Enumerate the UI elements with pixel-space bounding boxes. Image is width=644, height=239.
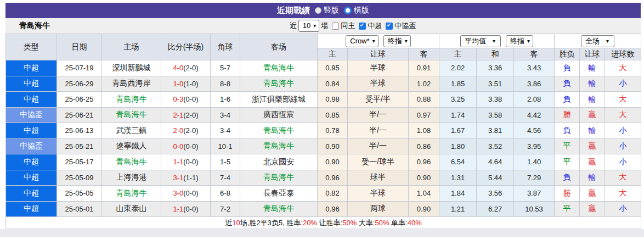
handicap-line: 半/一 [348,107,409,123]
header-handicap-home: 主 [318,48,348,60]
summary-text: 场,胜2平3负5, 胜率: [240,219,303,227]
avg-draw-odds: 3.56 [477,186,514,202]
page-background [0,229,644,237]
away-odds: 0.90 [409,170,439,186]
summary-text: 让胜率: [317,219,342,227]
half-time-score: (0-0) [183,205,198,213]
bookmaker-select[interactable]: Crow*▾ [346,35,378,47]
full-time-score: 0-3 [173,95,183,103]
home-odds: 0.84 [318,76,348,92]
full-time-score: 0-0 [173,142,183,151]
handicap-line: 半球 [348,76,409,92]
away-team: 浙江俱樂部綠城 [240,92,318,108]
half-time-score: (0-0) [183,142,198,151]
corner-score: 7-4 [211,170,240,186]
stats-summary: 近10场,胜2平3负5, 胜率:20% 让胜率:50% 大率:50% 单率:40… [6,217,641,229]
table-row: 中超 25-06-29 青島西海岸 1-0(1-0) 8-8 青島海牛 0.84… [6,76,641,92]
score-cell: 0-3(0-0) [161,92,211,108]
home-odds: 0.90 [318,154,348,170]
result-goals: 小 [605,154,641,170]
full-time-score: 2-0 [173,126,183,135]
result-goals: 大 [605,186,641,202]
home-team: 上海海港 [102,170,161,186]
full-time-score: 4-0 [173,64,183,72]
average-stage-select[interactable]: 终指▾ [506,35,533,47]
table-row: 中協盃 25-06-21 青島海牛 2-1(2-0) 3-4 廣西恆宸 0.85… [6,107,641,123]
avg-away-odds: 3.43 [514,60,555,76]
result-handicap: 輸 [580,92,605,108]
result-wdl: 平 [555,201,580,217]
away-team: 青島海牛 [240,76,318,92]
average-select[interactable]: 平均值▾ [460,35,501,47]
summary-text: 单率: [389,219,407,227]
radio-option-horizontal: 橫版 [344,5,369,15]
away-team: 北京國安 [240,154,318,170]
avg-away-odds: 3.86 [514,76,555,92]
league-checkbox[interactable] [359,23,366,30]
league-badge: 中超 [6,186,57,202]
handicap-line: 半球 [348,60,409,76]
vertical-radio[interactable] [315,7,321,14]
away-team: 青島海牛 [240,201,318,217]
league-badge: 中超 [6,92,57,108]
full-time-score: 3-1 [173,174,183,182]
away-odds: 0.86 [409,138,439,154]
full-match-select[interactable]: 全场▾ [581,35,614,47]
matches-count-select[interactable]: 10 ▾ [298,20,320,32]
corner-score: 5-7 [211,60,240,76]
away-team: 青島海牛 [240,123,318,139]
win-rate: 20% [303,219,317,227]
league-badge: 中超 [6,76,57,92]
handicap-line: 半球 [348,186,409,202]
result-goals: 大 [605,107,641,123]
same-home-checkbox[interactable] [332,23,339,30]
horizontal-radio[interactable] [344,7,352,14]
avg-draw-odds: 6.27 [477,201,514,217]
result-wdl: 平 [555,138,580,154]
half-time-score: (0-0) [183,158,198,166]
home-odds: 0.95 [318,60,348,76]
avg-home-odds: 1.67 [439,123,477,139]
match-date: 25-06-13 [57,123,102,139]
header-avg-home: 主 [439,48,477,60]
result-wdl: 負 [555,92,580,108]
handicap-line: 半/一 [348,123,409,139]
result-wdl: 勝 [555,107,580,123]
handicap-stage-select[interactable]: 终指▾ [383,35,411,47]
near-label: 近 [290,21,297,31]
half-time-score: (0-0) [183,189,198,197]
match-date: 25-06-21 [57,107,102,123]
avg-home-odds: 1.85 [439,76,477,92]
score-cell: 3-1(1-1) [161,170,211,186]
score-cell: 2-1(2-0) [161,107,211,123]
match-date: 25-06-29 [57,76,102,92]
home-odds: 0.90 [318,138,348,154]
corner-score: 10-1 [211,138,240,154]
page-title: 近期戰績 [277,5,310,16]
avg-home-odds: 1.74 [439,107,477,123]
league-badge: 中超 [6,170,57,186]
avg-draw-odds: 3.38 [477,92,514,108]
away-team: 青島海牛 [240,60,318,76]
result-goals: 小 [605,123,641,139]
away-odds: 0.96 [409,154,439,170]
cup-checkbox[interactable] [386,23,393,30]
match-date: 25-07-19 [57,60,102,76]
full-time-score: 3-0 [173,189,183,197]
header-score: 比分(半场) [161,34,211,60]
handicap-rate: 50% [342,219,357,227]
home-odds: 0.98 [318,92,348,108]
home-team: 青島海牛 [102,154,161,170]
filter-bar: 青島海牛 近 10 ▾ 場 同主 中超 中協盃 [5,18,641,34]
cup-checkbox-label: 中協盃 [394,21,416,31]
away-odds: 1.04 [409,186,439,202]
avg-draw-odds: 3.81 [477,123,514,139]
avg-home-odds: 1.84 [439,186,477,202]
result-handicap: 贏 [580,186,605,202]
avg-home-odds: 2.02 [439,60,477,76]
chevron-down-icon: ▾ [313,21,316,30]
filter-group: 近 10 ▾ 場 同主 中超 中協盃 [290,20,419,32]
result-goals: 小 [605,201,641,217]
table-row: 中超 25-05-09 上海海港 3-1(1-1) 7-4 青島海牛 0.96 … [6,170,641,186]
home-team: 青島西海岸 [102,76,161,92]
